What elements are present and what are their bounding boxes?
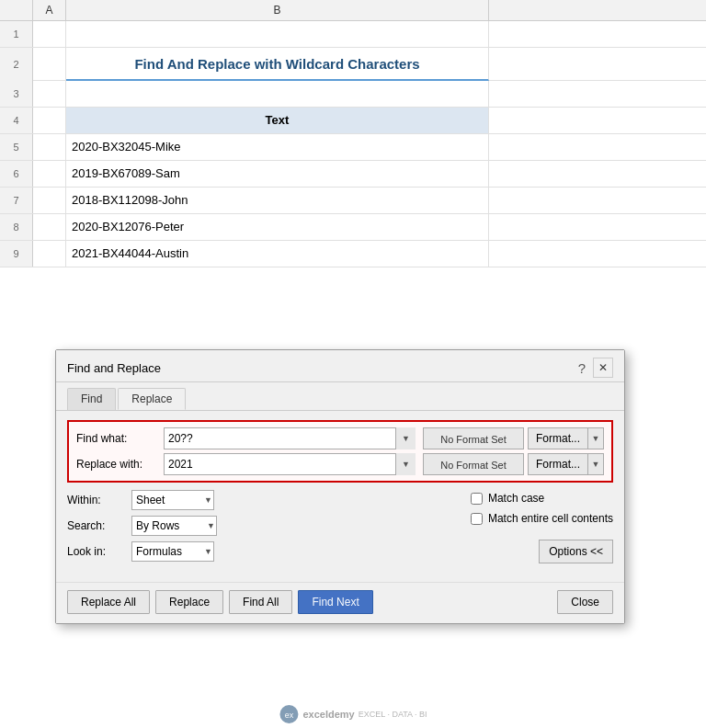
cell[interactable] [33, 214, 66, 240]
match-entire-checkbox[interactable] [471, 513, 483, 525]
table-row: 6 2019-BX67089-Sam [0, 161, 706, 188]
col-b-header: B [66, 0, 489, 20]
row-num: 3 [0, 81, 33, 107]
find-what-input[interactable] [164, 427, 416, 449]
cell[interactable] [33, 161, 66, 187]
cell[interactable] [33, 21, 66, 47]
spreadsheet: A B 1 2 Find And Replace with Wildcard C… [0, 0, 706, 267]
lookin-label: Look in: [67, 545, 131, 558]
footer-right-buttons: Close [557, 590, 613, 614]
replace-with-row: Replace with: ▼ No Format Set Format... … [76, 453, 604, 475]
within-select[interactable]: Sheet Workbook [131, 490, 214, 510]
search-select[interactable]: By Rows By Columns [131, 516, 217, 536]
cell[interactable] [66, 81, 489, 107]
watermark-sub: EXCEL · DATA · BI [359, 710, 427, 719]
watermark-logo: ex [279, 704, 299, 724]
replace-with-dropdown[interactable]: ▼ [395, 453, 416, 475]
cell[interactable] [33, 188, 66, 213]
data-cell[interactable]: 2020-BX12076-Peter [66, 214, 489, 240]
match-entire-row: Match entire cell contents [471, 512, 613, 525]
search-row: Search: By Rows By Columns ▼ [67, 516, 471, 536]
options-button[interactable]: Options << [539, 540, 613, 563]
replace-with-input-wrap: ▼ [164, 453, 416, 475]
table-row: 5 2020-BX32045-Mike [0, 134, 706, 161]
search-select-wrap: By Rows By Columns ▼ [131, 516, 217, 536]
replace-with-label: Replace with: [76, 458, 164, 471]
watermark: ex exceldemy EXCEL · DATA · BI [279, 704, 427, 724]
dialog-title: Find and Replace [67, 361, 161, 375]
within-row: Within: Sheet Workbook ▼ [67, 490, 471, 510]
table-row: 1 [0, 21, 706, 48]
replace-all-button[interactable]: Replace All [67, 590, 150, 614]
replace-format-dropdown[interactable]: ▼ [587, 453, 604, 475]
match-entire-label: Match entire cell contents [488, 512, 613, 525]
dialog-titlebar: Find and Replace ? ✕ [56, 350, 624, 382]
table-row: 7 2018-BX112098-John [0, 188, 706, 214]
cell[interactable] [33, 134, 66, 160]
lookin-row: Look in: Formulas Values Comments ▼ [67, 541, 471, 562]
find-what-dropdown[interactable]: ▼ [395, 427, 416, 449]
dialog-controls: ? ✕ [578, 358, 613, 378]
find-next-button[interactable]: Find Next [298, 590, 372, 614]
spreadsheet-title[interactable]: Find And Replace with Wildcard Character… [66, 48, 489, 81]
cell[interactable] [33, 81, 66, 107]
find-replace-fields: Find what: ▼ No Format Set Format... ▼ R… [67, 420, 613, 483]
match-case-checkbox[interactable] [471, 493, 483, 505]
find-format-btn-wrap: Format... ▼ [528, 427, 604, 449]
table-row: 4 Text [0, 108, 706, 134]
data-cell[interactable]: 2018-BX112098-John [66, 188, 489, 213]
find-format-dropdown[interactable]: ▼ [587, 427, 604, 449]
dialog-body: Find what: ▼ No Format Set Format... ▼ R… [56, 410, 624, 582]
options-left: Within: Sheet Workbook ▼ Search: By R [67, 490, 471, 567]
find-all-button[interactable]: Find All [229, 590, 292, 614]
within-select-wrap: Sheet Workbook ▼ [131, 490, 214, 510]
row-num: 7 [0, 188, 33, 213]
table-row: 3 [0, 81, 706, 108]
row-num: 2 [0, 48, 33, 81]
tab-find[interactable]: Find [67, 388, 116, 410]
options-area: Within: Sheet Workbook ▼ Search: By R [67, 490, 613, 567]
table-row: 2 Find And Replace with Wildcard Charact… [0, 48, 706, 81]
footer-left-buttons: Replace All Replace Find All Find Next [67, 590, 373, 614]
row-num: 8 [0, 214, 33, 240]
find-what-row: Find what: ▼ No Format Set Format... ▼ [76, 427, 604, 449]
search-label: Search: [67, 519, 131, 532]
find-what-label: Find what: [76, 432, 164, 445]
replace-format-btn-wrap: Format... ▼ [528, 453, 604, 475]
match-case-row: Match case [471, 492, 613, 505]
cell[interactable] [33, 241, 66, 267]
data-cell[interactable]: 2021-BX44044-Austin [66, 241, 489, 267]
replace-format-button[interactable]: Format... [528, 453, 587, 475]
replace-with-input[interactable] [164, 453, 416, 475]
row-num: 9 [0, 241, 33, 267]
lookin-select[interactable]: Formulas Values Comments [131, 541, 214, 562]
table-row: 9 2021-BX44044-Austin [0, 241, 706, 267]
cell[interactable] [66, 21, 489, 47]
svg-text:ex: ex [285, 711, 294, 720]
col-headers: A B [0, 0, 706, 21]
row-num: 1 [0, 21, 33, 47]
row-num: 5 [0, 134, 33, 160]
replace-button[interactable]: Replace [155, 590, 223, 614]
row-num: 4 [0, 108, 33, 133]
find-what-input-wrap: ▼ [164, 427, 416, 449]
find-format-button[interactable]: Format... [528, 427, 587, 449]
tab-replace[interactable]: Replace [118, 388, 186, 410]
row-num-header [0, 0, 33, 20]
replace-no-format-button: No Format Set [423, 453, 524, 475]
help-icon[interactable]: ? [578, 360, 586, 376]
col-a-header: A [33, 0, 66, 20]
find-replace-dialog: Find and Replace ? ✕ Find Replace Find w… [55, 349, 625, 624]
data-cell[interactable]: 2019-BX67089-Sam [66, 161, 489, 187]
match-case-label: Match case [488, 492, 544, 505]
row-num: 6 [0, 161, 33, 187]
dialog-footer: Replace All Replace Find All Find Next C… [56, 582, 624, 623]
cell[interactable] [33, 108, 66, 133]
table-header[interactable]: Text [66, 108, 489, 133]
cell[interactable] [33, 48, 66, 81]
data-cell[interactable]: 2020-BX32045-Mike [66, 134, 489, 160]
lookin-select-wrap: Formulas Values Comments ▼ [131, 541, 214, 562]
close-button[interactable]: Close [557, 590, 613, 614]
table-row: 8 2020-BX12076-Peter [0, 214, 706, 241]
close-icon[interactable]: ✕ [593, 358, 613, 378]
